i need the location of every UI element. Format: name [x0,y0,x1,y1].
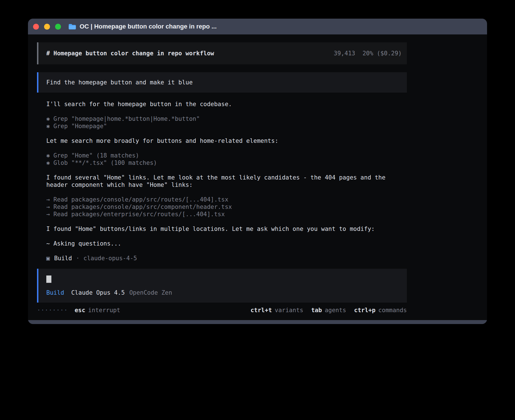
window-title: OC | Homepage button color change in rep… [80,23,217,30]
shortcut-label: commands [378,307,407,314]
agent-model: claude-opus-4-5 [84,255,137,262]
shortcut-label: agents [325,307,346,314]
shortcut-agents: tabagents [311,307,346,314]
assistant-status-text: ~ Asking questions... [46,240,407,247]
shortcut-label: variants [275,307,303,314]
text-cursor [46,275,51,283]
tool-call-glob: ✱ Glob "**/*.tsx" (100 matches) [46,159,407,167]
tool-call-grep: ✱ Grep "homepage|home.*button|Home.*butt… [46,115,407,123]
shortcut-key: ctrl+p [354,307,376,314]
context-usage: 20% ($0.29) [363,50,402,57]
session-header: # Homepage button color change in repo w… [37,42,407,64]
close-button[interactable] [33,24,39,30]
agent-name: Build [54,255,72,262]
status-bar: ········ esc interrupt ctrl+tvariants ta… [37,307,407,314]
shortcut-key: tab [311,307,322,314]
tool-call-read: → Read packages/console/app/src/componen… [46,203,407,211]
minimize-button[interactable] [44,24,50,30]
folder-icon [68,23,76,30]
agent-mode-indicator[interactable]: Build [46,289,64,296]
assistant-text: I'll search for the homepage button in t… [46,100,407,108]
agent-status-line: ▣ Build · claude-opus-4-5 [46,255,407,262]
user-message-text: Find the homepage button and make it blu… [46,79,193,86]
model-name: Claude Opus 4.5 [71,289,125,296]
terminal-window: OC | Homepage button color change in rep… [28,19,487,324]
assistant-text: I found several "Home" links. Let me loo… [46,174,407,189]
tool-call-grep: ✱ Grep "Homepage" [46,123,407,130]
shortcut-key: ctrl+t [250,307,272,314]
window-bottom-edge [28,320,487,324]
prompt-footer: Build Claude Opus 4.5 OpenCode Zen [46,289,399,296]
esc-key-hint: esc [75,307,85,314]
status-right: ctrl+tvariants tabagents ctrl+pcommands [250,307,407,314]
assistant-text: I found "Home" buttons/links in multiple… [46,225,407,233]
zoom-button[interactable] [55,24,61,30]
token-count: 39,413 [334,50,355,57]
tool-call-read: → Read packages/enterprise/src/routes/[.… [46,211,407,218]
transcript: I'll search for the homepage button in t… [37,100,407,262]
tool-call-grep: ✱ Grep "Home" (18 matches) [46,152,407,159]
prompt-input[interactable]: Build Claude Opus 4.5 OpenCode Zen [37,269,407,303]
session-stats: 39,413 20% ($0.29) [334,50,402,57]
agent-separator: · [76,255,80,262]
agent-bullet-icon: ▣ [46,255,50,262]
traffic-lights [33,24,61,30]
user-message: Find the homepage button and make it blu… [37,72,407,93]
session-title: # Homepage button color change in repo w… [46,50,214,57]
status-left: ········ esc interrupt [37,307,120,314]
assistant-text: Let me search more broadly for buttons a… [46,137,407,145]
tool-call-read: → Read packages/console/app/src/routes/[… [46,196,407,203]
spinner-dots: ········ [37,307,68,314]
terminal-content: # Homepage button color change in repo w… [37,42,407,314]
provider-name: OpenCode Zen [129,289,172,296]
shortcut-variants: ctrl+tvariants [250,307,303,314]
shortcut-commands: ctrl+pcommands [354,307,407,314]
esc-key-label: interrupt [88,307,120,314]
window-titlebar[interactable]: OC | Homepage button color change in rep… [28,19,487,34]
